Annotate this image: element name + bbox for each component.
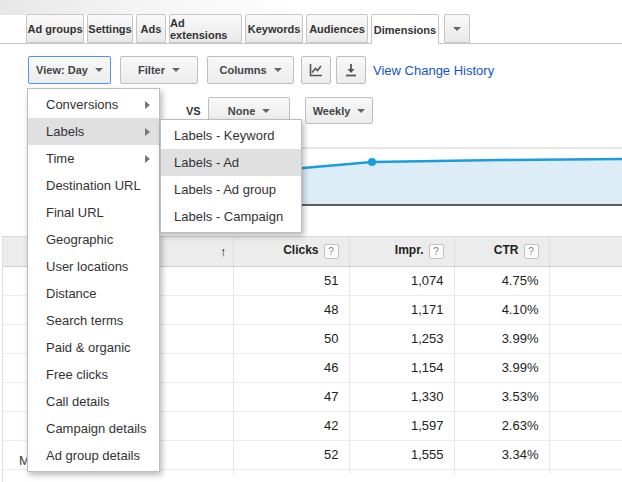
help-icon[interactable]: ? (324, 244, 339, 259)
column-label: CTR (494, 243, 519, 257)
caret-down-icon (95, 68, 103, 72)
ctr-cell: 3.53% (454, 382, 549, 411)
view-button[interactable]: View: Day (28, 56, 111, 84)
tab-label: Ads (141, 23, 162, 35)
menu-item-campaign-details[interactable]: Campaign details (28, 415, 159, 442)
column-label: Clicks (283, 243, 318, 257)
menu-item-search-terms[interactable]: Search terms (28, 307, 159, 334)
clicks-column-header[interactable]: Clicks? (233, 237, 349, 266)
impressions-cell: 1,154 (349, 353, 454, 382)
interval-weekly-button[interactable]: Weekly (305, 97, 373, 124)
vs-text: vs (186, 105, 201, 117)
tab-label: Ad extensions (170, 17, 241, 41)
tab-label: Settings (88, 23, 131, 35)
submenu-arrow-icon (145, 128, 150, 136)
submenu-arrow-icon (145, 155, 150, 163)
submenu-item-labels-campaign[interactable]: Labels - Campaign (161, 203, 301, 230)
download-icon (344, 63, 358, 77)
empty-cell (549, 266, 622, 295)
impressions-cell: 1,253 (349, 324, 454, 353)
tab-label: Ad groups (28, 23, 83, 35)
ctr-cell: 3.99% (454, 324, 549, 353)
empty-cell (549, 411, 622, 440)
submenu-item-labels-ad[interactable]: Labels - Ad (161, 149, 301, 176)
view-dropdown-menu: Conversions Labels Time Destination URL … (27, 88, 160, 472)
tab-ad-groups[interactable]: Ad groups (26, 14, 84, 43)
caret-down-icon (274, 68, 282, 72)
menu-item-label: Time (46, 151, 74, 166)
menu-item-conversions[interactable]: Conversions (28, 91, 159, 118)
submenu-arrow-icon (145, 101, 150, 109)
menu-item-free-clicks[interactable]: Free clicks (28, 361, 159, 388)
chart-toggle-button[interactable] (301, 56, 331, 84)
line-chart-icon (308, 63, 324, 78)
empty-cell (549, 382, 622, 411)
tab-bar-divider (0, 43, 622, 44)
filter-button-label: Filter (138, 64, 165, 76)
column-label: Impr. (395, 243, 424, 257)
clicks-cell: 51 (233, 266, 349, 295)
impressions-column-header[interactable]: Impr.? (349, 237, 454, 266)
tab-ad-extensions[interactable]: Ad extensions (169, 14, 242, 43)
empty-cell (549, 353, 622, 382)
columns-button[interactable]: Columns (207, 56, 294, 84)
impressions-cell: 1,074 (349, 266, 454, 295)
top-gradient (0, 0, 300, 15)
empty-cell (233, 469, 349, 474)
tab-audiences[interactable]: Audiences (306, 14, 368, 43)
menu-item-label: Free clicks (46, 367, 108, 382)
tab-overflow[interactable] (444, 14, 470, 43)
link-label: View Change History (373, 63, 494, 78)
view-change-history-link[interactable]: View Change History (373, 56, 494, 84)
sort-ascending-icon: ↑ (220, 244, 227, 259)
menu-item-call-details[interactable]: Call details (28, 388, 159, 415)
empty-cell (549, 469, 622, 474)
empty-cell (454, 469, 549, 474)
help-icon[interactable]: ? (524, 244, 539, 259)
menu-item-final-url[interactable]: Final URL (28, 199, 159, 226)
menu-item-ad-group-details[interactable]: Ad group details (28, 442, 159, 469)
impressions-cell: 1,597 (349, 411, 454, 440)
tab-settings[interactable]: Settings (87, 14, 133, 43)
compare-button-label: None (228, 105, 256, 117)
ctr-cell: 3.99% (454, 353, 549, 382)
tab-label: Keywords (248, 23, 301, 35)
menu-item-label: Labels - Keyword (174, 128, 274, 143)
tab-keywords[interactable]: Keywords (245, 14, 303, 43)
menu-item-geographic[interactable]: Geographic (28, 226, 159, 253)
menu-item-distance[interactable]: Distance (28, 280, 159, 307)
clicks-cell: 48 (233, 295, 349, 324)
clicks-cell: 50 (233, 324, 349, 353)
submenu-item-labels-ad-group[interactable]: Labels - Ad group (161, 176, 301, 203)
view-button-label: View: Day (36, 64, 88, 76)
download-button[interactable] (336, 56, 366, 84)
menu-item-label: Labels - Campaign (174, 209, 283, 224)
impressions-cell: 1,171 (349, 295, 454, 324)
ctr-column-header[interactable]: CTR? (454, 237, 549, 266)
caret-down-icon (453, 27, 461, 31)
submenu-item-labels-keyword[interactable]: Labels - Keyword (161, 122, 301, 149)
menu-item-label: Paid & organic (46, 340, 131, 355)
menu-item-time[interactable]: Time (28, 145, 159, 172)
menu-item-labels[interactable]: Labels (28, 118, 159, 145)
empty-cell (549, 295, 622, 324)
menu-item-paid-organic[interactable]: Paid & organic (28, 334, 159, 361)
menu-item-label: Call details (46, 394, 110, 409)
filter-button[interactable]: Filter (120, 56, 198, 84)
menu-item-label: Final URL (46, 205, 104, 220)
tab-label: Audiences (309, 23, 365, 35)
ctr-cell: 3.34% (454, 440, 549, 469)
ctr-cell: 4.10% (454, 295, 549, 324)
menu-item-label: Destination URL (46, 178, 141, 193)
menu-item-user-locations[interactable]: User locations (28, 253, 159, 280)
tab-dimensions[interactable]: Dimensions (371, 14, 439, 44)
help-icon[interactable]: ? (429, 244, 444, 259)
menu-item-destination-url[interactable]: Destination URL (28, 172, 159, 199)
caret-down-icon (172, 68, 180, 72)
labels-submenu: Labels - Keyword Labels - Ad Labels - Ad… (160, 119, 302, 233)
impressions-cell: 1,330 (349, 382, 454, 411)
ctr-cell: 4.75% (454, 266, 549, 295)
menu-item-label: Ad group details (46, 448, 140, 463)
caret-down-icon (357, 109, 365, 113)
tab-ads[interactable]: Ads (136, 14, 166, 43)
